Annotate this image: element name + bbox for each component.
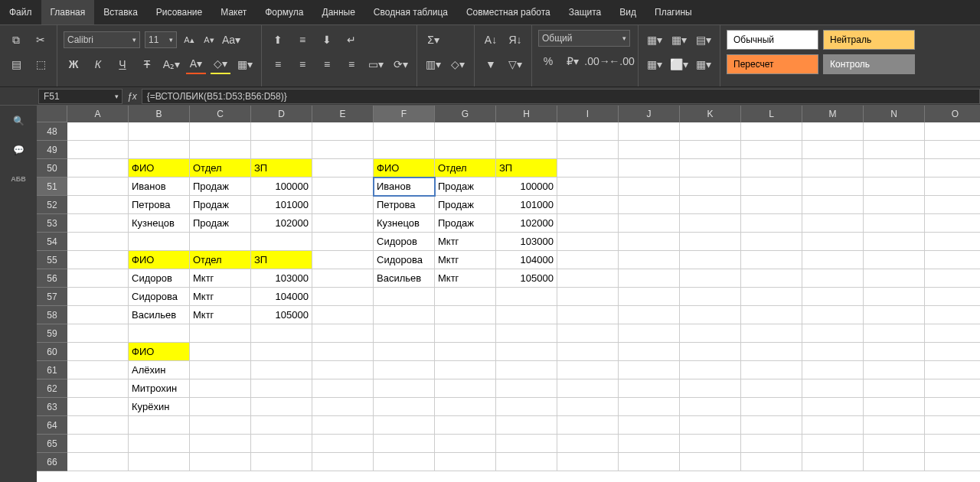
cell-K59[interactable] [680,324,741,343]
cell-I57[interactable] [557,288,619,306]
cell-D54[interactable] [251,233,312,251]
bold-icon[interactable]: Ж [64,54,83,74]
cell-M53[interactable] [802,214,864,233]
cell-H57[interactable] [496,288,557,306]
cell-C55[interactable]: Отдел [190,251,251,269]
cell-J64[interactable] [619,416,680,435]
cell-J66[interactable] [619,453,680,471]
cell-A63[interactable] [67,398,129,416]
menu-защита[interactable]: Защита [560,0,611,24]
cell-D60[interactable] [251,343,312,361]
cell-M55[interactable] [802,251,864,269]
cell-B62[interactable]: Митрохин [129,379,190,398]
cell-C54[interactable] [190,233,251,251]
font-name-select[interactable]: Calibri [64,31,140,48]
cell-I51[interactable] [557,177,619,196]
cell-F55[interactable]: Сидорова [374,251,435,269]
cell-M50[interactable] [802,159,864,177]
cell-E61[interactable] [312,361,374,379]
cell-A53[interactable] [67,214,129,233]
cell-E62[interactable] [312,379,374,398]
cell-F61[interactable] [374,361,435,379]
cell-M63[interactable] [802,398,864,416]
cell-I48[interactable] [557,122,619,141]
cell-O59[interactable] [925,324,980,343]
cell-K54[interactable] [680,233,741,251]
row-header-58[interactable]: 58 [37,306,67,324]
font-color-icon[interactable]: A▾ [186,54,206,74]
select-all-corner[interactable] [37,106,67,122]
cell-L52[interactable] [741,196,802,214]
delete-cells-icon[interactable]: ▦▾ [669,30,689,50]
cell-B52[interactable]: Петрова [129,196,190,214]
row-header-60[interactable]: 60 [37,343,67,361]
align-left-icon[interactable]: ≡ [268,54,288,74]
cell-C51[interactable]: Продаж [190,177,251,196]
name-box[interactable]: F51 [38,89,122,104]
cell-C61[interactable] [190,361,251,379]
cell-J62[interactable] [619,379,680,398]
menu-сводная таблица[interactable]: Сводная таблица [364,0,457,24]
cell-A60[interactable] [67,343,129,361]
cell-C65[interactable] [190,435,251,453]
cell-K50[interactable] [680,159,741,177]
cell-O64[interactable] [925,416,980,435]
cell-O54[interactable] [925,233,980,251]
row-header-49[interactable]: 49 [37,141,67,159]
cell-C62[interactable] [190,379,251,398]
cell-H66[interactable] [496,453,557,471]
row-header-53[interactable]: 53 [37,214,67,233]
cell-J60[interactable] [619,343,680,361]
cell-J53[interactable] [619,214,680,233]
menu-данные[interactable]: Данные [313,0,364,24]
cell-H62[interactable] [496,379,557,398]
cell-J63[interactable] [619,398,680,416]
cell-I58[interactable] [557,306,619,324]
cell-I53[interactable] [557,214,619,233]
cell-A62[interactable] [67,379,129,398]
cell-D59[interactable] [251,324,312,343]
cell-N58[interactable] [864,306,925,324]
cell-G56[interactable]: Мктг [435,269,496,288]
cell-H51[interactable]: 100000 [496,177,557,196]
change-case-icon[interactable]: Aa▾ [221,30,241,50]
cell-M58[interactable] [802,306,864,324]
cell-F50[interactable]: ФИО [374,159,435,177]
insert-cells-icon[interactable]: ▦▾ [645,30,665,50]
cell-O63[interactable] [925,398,980,416]
cell-B55[interactable]: ФИО [129,251,190,269]
cell-N62[interactable] [864,379,925,398]
align-middle-icon[interactable]: ≡ [292,30,312,50]
cell-E52[interactable] [312,196,374,214]
cell-A66[interactable] [67,453,129,471]
cell-L65[interactable] [741,435,802,453]
cell-E49[interactable] [312,141,374,159]
menu-файл[interactable]: Файл [0,0,41,24]
cell-G50[interactable]: Отдел [435,159,496,177]
cell-I63[interactable] [557,398,619,416]
cell-L62[interactable] [741,379,802,398]
borders-icon[interactable]: ▦▾ [235,54,255,74]
select-icon[interactable]: ⬚ [31,54,51,74]
cell-H48[interactable] [496,122,557,141]
fill-icon[interactable]: ▥▾ [423,54,443,74]
cell-F62[interactable] [374,379,435,398]
sort-asc-icon[interactable]: A↓ [481,30,501,50]
format-table-icon[interactable]: ▦▾ [645,54,665,74]
cell-G61[interactable] [435,361,496,379]
cell-L63[interactable] [741,398,802,416]
wrap-text-icon[interactable]: ↵ [341,30,361,50]
decrease-font-icon[interactable]: A▾ [201,32,217,47]
cell-K63[interactable] [680,398,741,416]
cell-O52[interactable] [925,196,980,214]
cell-E55[interactable] [312,251,374,269]
style-neutral[interactable]: Нейтраль [823,30,915,50]
style-normal[interactable]: Обычный [727,30,818,50]
cell-E65[interactable] [312,435,374,453]
cell-K61[interactable] [680,361,741,379]
cell-M64[interactable] [802,416,864,435]
cell-G60[interactable] [435,343,496,361]
cell-M52[interactable] [802,196,864,214]
cell-O49[interactable] [925,141,980,159]
fill-color-icon[interactable]: ◇▾ [211,54,230,74]
